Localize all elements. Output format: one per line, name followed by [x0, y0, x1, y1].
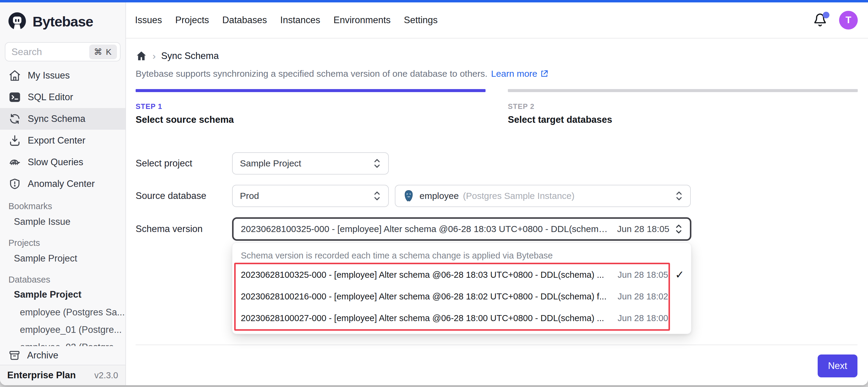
terminal-icon: [8, 91, 21, 104]
nav-environments[interactable]: Environments: [334, 15, 391, 26]
source-schema-form: Select project Sample Project Source dat…: [135, 152, 858, 241]
sidebar-nav: My Issues SQL Editor Sync Schema Export …: [0, 65, 125, 346]
step-2: STEP 2 Select target databases: [508, 89, 858, 125]
page-description: Bytebase supports synchronizing a specif…: [135, 67, 858, 80]
bytebase-logo-icon: [7, 11, 27, 31]
notification-bell-button[interactable]: [813, 13, 827, 27]
project-select-value: Sample Project: [240, 158, 368, 169]
breadcrumb-separator-icon: ›: [153, 50, 156, 62]
notification-dot: [823, 12, 830, 19]
sidebar-item-db-employee-02[interactable]: employee_02 (Postgre...: [0, 339, 125, 346]
environment-select[interactable]: Prod: [232, 185, 389, 207]
chevron-up-down-icon: [372, 157, 382, 169]
description-text: Bytebase supports synchronizing a specif…: [135, 69, 487, 79]
sidebar-item-label: My Issues: [28, 70, 70, 81]
plan-bar: Enterprise Plan v2.3.0: [0, 365, 125, 385]
brand-name: Bytebase: [33, 13, 93, 30]
external-link-icon: [540, 69, 549, 78]
sidebar-item-sample-issue[interactable]: Sample Issue: [0, 212, 125, 232]
next-button[interactable]: Next: [818, 354, 858, 377]
schema-version-dropdown: Schema version is recorded each time a s…: [232, 243, 691, 334]
archive-icon: [8, 349, 21, 361]
breadcrumb: › Sync Schema: [135, 49, 858, 63]
schema-version-option-2[interactable]: 20230628100216-000 - [employee] Alter sc…: [232, 286, 691, 307]
download-icon: [8, 134, 21, 147]
schema-version-select-date: Jun 28 18:05: [617, 224, 670, 234]
step-1: STEP 1 Select source schema: [135, 89, 486, 125]
schema-version-option-1[interactable]: 20230628100325-000 - [employee] Alter sc…: [232, 264, 691, 286]
nav-projects[interactable]: Projects: [176, 15, 209, 26]
step-2-title: Select target databases: [508, 114, 858, 125]
sidebar-item-label: Slow Queries: [28, 157, 83, 168]
sidebar-item-sync-schema[interactable]: Sync Schema: [0, 108, 125, 130]
nav-issues[interactable]: Issues: [135, 15, 162, 26]
database-group-sample-project[interactable]: Sample Project: [0, 286, 125, 304]
sidebar-item-my-issues[interactable]: My Issues: [0, 65, 125, 86]
label-select-project: Select project: [135, 158, 232, 169]
dropdown-hint: Schema version is recorded each time a s…: [232, 247, 691, 264]
section-title-bookmarks: Bookmarks: [0, 200, 125, 212]
user-avatar[interactable]: T: [839, 11, 858, 30]
app-version: v2.3.0: [94, 371, 118, 380]
sidebar: Bytebase Search ⌘ K My Issues SQL Editor…: [0, 2, 126, 385]
sidebar-item-db-employee-01[interactable]: employee_01 (Postgre...: [0, 321, 125, 339]
sidebar-item-label: SQL Editor: [28, 92, 73, 103]
sync-icon: [8, 112, 21, 125]
footer-divider: [135, 345, 858, 345]
nav-settings[interactable]: Settings: [404, 15, 438, 26]
sidebar-item-export-center[interactable]: Export Center: [0, 130, 125, 151]
step-1-bar: [135, 89, 486, 92]
project-select[interactable]: Sample Project: [232, 152, 389, 175]
sidebar-item-db-employee[interactable]: employee (Postgres Sa...: [0, 304, 125, 321]
sidebar-item-label: Export Center: [28, 135, 85, 146]
database-select-instance: (Postgres Sample Instance): [463, 191, 670, 201]
step-1-label: STEP 1: [135, 102, 486, 111]
sidebar-item-label: Anomaly Center: [28, 178, 95, 189]
brand-logo[interactable]: Bytebase: [0, 2, 125, 40]
label-source-database: Source database: [135, 190, 232, 201]
top-accent-bar: [0, 0, 868, 2]
plan-name: Enterprise Plan: [7, 370, 76, 381]
chevron-up-down-icon: [674, 223, 684, 235]
learn-more-link[interactable]: Learn more: [491, 69, 549, 79]
sidebar-item-label: Sync Schema: [28, 113, 85, 124]
sidebar-item-sample-project[interactable]: Sample Project: [0, 249, 125, 268]
nav-instances[interactable]: Instances: [280, 15, 320, 26]
option-text: 20230628100325-000 - [employee] Alter sc…: [241, 270, 613, 280]
database-select[interactable]: employee (Postgres Sample Instance): [395, 185, 691, 207]
home-icon: [8, 69, 21, 82]
environment-select-value: Prod: [240, 191, 368, 201]
option-text: 20230628100216-000 - [employee] Alter sc…: [241, 292, 613, 302]
chevron-up-down-icon: [674, 190, 684, 202]
search-placeholder: Search: [11, 46, 89, 58]
schema-version-option-3[interactable]: 20230628100027-000 - [employee] Alter sc…: [232, 307, 691, 329]
sidebar-item-sql-editor[interactable]: SQL Editor: [0, 86, 125, 108]
schema-version-select-value: 20230628100325-000 - [employee] Alter sc…: [241, 224, 610, 234]
option-date: Jun 28 18:02: [618, 292, 668, 302]
chevron-up-down-icon: [372, 190, 382, 202]
postgres-icon: [403, 189, 415, 203]
sidebar-item-archive[interactable]: Archive: [0, 346, 125, 365]
schema-version-select[interactable]: 20230628100325-000 - [employee] Alter sc…: [232, 217, 691, 241]
nav-databases[interactable]: Databases: [222, 15, 267, 26]
sidebar-item-slow-queries[interactable]: Slow Queries: [0, 151, 125, 173]
turtle-icon: [8, 156, 21, 169]
section-title-databases: Databases: [0, 274, 125, 286]
step-2-label: STEP 2: [508, 102, 858, 111]
check-icon: ✓: [673, 269, 687, 281]
step-2-bar: [508, 89, 858, 92]
top-header: Issues Projects Databases Instances Envi…: [126, 2, 868, 38]
breadcrumb-home-icon[interactable]: [135, 50, 147, 62]
step-progress: STEP 1 Select source schema STEP 2 Selec…: [135, 89, 858, 125]
step-1-title: Select source schema: [135, 114, 486, 125]
option-date: Jun 28 18:05: [618, 270, 668, 280]
option-date: Jun 28 18:00: [618, 313, 668, 323]
label-schema-version: Schema version: [135, 223, 232, 235]
database-select-value: employee: [420, 191, 459, 201]
sidebar-item-label: Archive: [27, 350, 58, 361]
search-shortcut-badge: ⌘ K: [89, 44, 117, 59]
top-navigation: Issues Projects Databases Instances Envi…: [135, 15, 438, 26]
search-input[interactable]: Search ⌘ K: [5, 42, 121, 61]
learn-more-label: Learn more: [491, 69, 537, 79]
sidebar-item-anomaly-center[interactable]: Anomaly Center: [0, 173, 125, 195]
